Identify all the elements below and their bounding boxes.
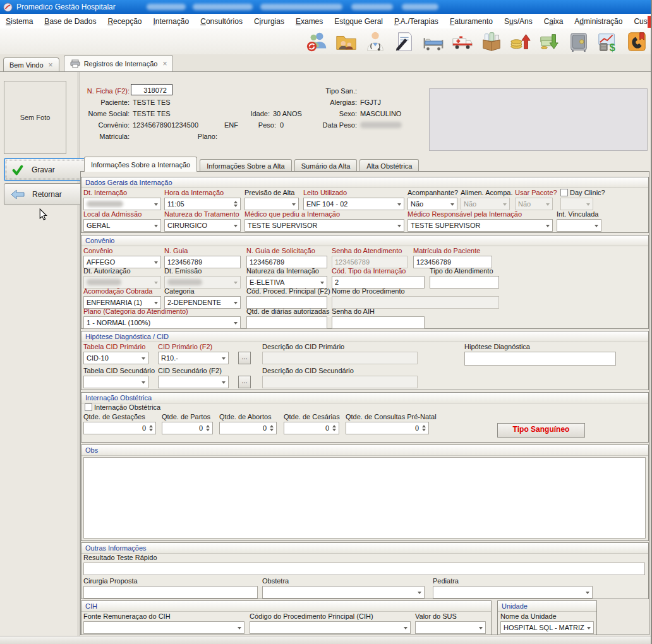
menu-item-base-de-dados[interactable]: Base de Dados bbox=[39, 15, 102, 28]
tab-informacoes-alta[interactable]: Informações Sobre a Alta bbox=[200, 159, 292, 172]
spin-down-icon[interactable] bbox=[332, 429, 336, 433]
day-clinic-checkbox[interactable] bbox=[560, 189, 568, 196]
menu-item-exames[interactable]: Exames bbox=[290, 15, 329, 28]
natureza-internacao-combo[interactable]: E-ELETIVA bbox=[246, 276, 327, 289]
admission-document-icon[interactable] bbox=[392, 30, 416, 53]
leito-combo[interactable]: ENF 104 - 02 bbox=[303, 198, 404, 210]
n-guia-input[interactable]: 123456789 bbox=[164, 256, 241, 268]
usar-pacote-combo[interactable]: Não bbox=[515, 198, 553, 210]
internacao-obstetrica-checkbox[interactable] bbox=[85, 403, 92, 411]
spin-up-icon[interactable] bbox=[422, 423, 426, 427]
dt-autorizacao-combo[interactable] bbox=[83, 276, 161, 289]
nome-procedimento-input[interactable] bbox=[332, 296, 499, 309]
hipotese-diagnostica-input[interactable] bbox=[464, 352, 616, 366]
medico-responsavel-combo[interactable]: TESTE SUPERVISOR bbox=[408, 219, 553, 232]
dt-emissao-combo[interactable] bbox=[164, 276, 241, 289]
convenio-combo[interactable]: AFFEGO bbox=[83, 256, 161, 268]
browse-cid-primario-button[interactable]: ... bbox=[238, 352, 251, 364]
previsao-alta-combo[interactable] bbox=[244, 198, 299, 210]
tab-sumario-alta[interactable]: Sumário da Alta bbox=[294, 159, 358, 172]
return-button[interactable]: Retornar bbox=[4, 183, 91, 205]
dt-internacao-combo[interactable] bbox=[83, 198, 161, 210]
spin-up-icon[interactable] bbox=[206, 423, 210, 427]
senha-aih-input[interactable] bbox=[332, 316, 425, 329]
day-clinic-combo[interactable] bbox=[560, 198, 593, 210]
int-vinculada-combo[interactable] bbox=[557, 219, 601, 232]
matricula-paciente-input[interactable]: 123456789 bbox=[413, 256, 492, 268]
plano-combo[interactable]: 1 - NORMAL (100%) bbox=[83, 316, 241, 329]
nome-unidade-combo[interactable]: HOSPITAL SQL - MATRIZ bbox=[500, 621, 594, 634]
spin-down-icon[interactable] bbox=[422, 429, 426, 433]
menu-item-faturamento[interactable]: Faturamento bbox=[444, 15, 498, 28]
spin-down-icon[interactable] bbox=[149, 429, 153, 433]
patients-folder-icon[interactable] bbox=[334, 30, 358, 53]
hora-internacao-spinner[interactable]: 11:05 bbox=[164, 198, 241, 210]
spin-down-icon[interactable] bbox=[234, 205, 238, 209]
cash-in-icon[interactable] bbox=[509, 30, 533, 53]
menu-item-sus-ans[interactable]: Sus/Ans bbox=[498, 15, 538, 28]
browse-cid-secundario-button[interactable]: ... bbox=[238, 376, 251, 388]
spin-down-icon[interactable] bbox=[270, 429, 274, 433]
doctor-icon[interactable] bbox=[363, 30, 387, 53]
valor-sus-combo[interactable] bbox=[415, 621, 486, 634]
fonte-remuneracao-combo[interactable] bbox=[83, 621, 244, 634]
menu-item-administra-o[interactable]: Administração bbox=[569, 15, 628, 28]
spin-down-icon[interactable] bbox=[206, 429, 210, 433]
descricao-cid-secundario-input[interactable] bbox=[262, 376, 418, 388]
pharmacy-supplies-icon[interactable] bbox=[480, 30, 504, 53]
spin-up-icon[interactable] bbox=[270, 423, 274, 427]
menu-item-caixa[interactable]: Caixa bbox=[538, 15, 569, 28]
menu-item-interna-o[interactable]: Internação bbox=[147, 15, 195, 28]
hospital-bed-icon[interactable] bbox=[421, 30, 445, 53]
close-icon[interactable]: × bbox=[49, 61, 53, 69]
tabela-cid-secundario-combo[interactable] bbox=[83, 376, 148, 388]
spin-up-icon[interactable] bbox=[332, 423, 336, 427]
cid-primario-combo[interactable]: R10.- bbox=[158, 352, 229, 364]
alimen-acompa-combo[interactable]: Não bbox=[461, 198, 510, 210]
qtde-consultas-prenatal-spinner[interactable]: 0 bbox=[346, 422, 429, 434]
spin-up-icon[interactable] bbox=[234, 199, 238, 203]
ficha-input[interactable]: 318072 bbox=[131, 84, 172, 95]
acompanhante-combo[interactable]: Não bbox=[408, 198, 457, 210]
tab-alta-obstetrica[interactable]: Alta Obstétrica bbox=[359, 159, 419, 172]
categoria-combo[interactable]: 2-DEPENDENTE bbox=[164, 296, 241, 309]
cirurgia-proposta-input[interactable] bbox=[83, 586, 258, 599]
menu-item-estoque-geral[interactable]: Estoque Geral bbox=[329, 15, 389, 28]
acomodacao-cobrada-combo[interactable]: ENFERMARIA (1) bbox=[83, 296, 161, 309]
menu-item-cirurgias[interactable]: Cirurgias bbox=[248, 15, 290, 28]
senha-atendimento-input[interactable]: 123456789 bbox=[332, 256, 408, 268]
spin-up-icon[interactable] bbox=[149, 423, 153, 427]
menu-item-p-a-terapias[interactable]: P.A./Terapias bbox=[389, 15, 444, 28]
qtd-diarias-input[interactable] bbox=[246, 316, 327, 329]
n-guia-solicitacao-input[interactable]: 123456789 bbox=[246, 256, 327, 268]
descricao-cid-primario-input[interactable] bbox=[262, 352, 418, 364]
tipo-atendimento-input[interactable] bbox=[430, 276, 499, 289]
save-button[interactable]: Gravar bbox=[4, 158, 92, 181]
qtde-gestacoes-spinner[interactable]: 0 bbox=[83, 422, 156, 434]
tipo-sanguineo-button[interactable]: Tipo Sanguíneo bbox=[497, 423, 585, 438]
codigo-procedimento-cih-combo[interactable] bbox=[250, 621, 411, 634]
resultado-teste-rapido-input[interactable] bbox=[83, 563, 645, 575]
pediatra-combo[interactable] bbox=[433, 586, 593, 599]
cod-tipo-internacao-input[interactable]: 2 bbox=[332, 276, 425, 289]
cod-proced-principal-input[interactable] bbox=[246, 296, 327, 309]
financial-report-icon[interactable]: $ bbox=[596, 30, 620, 53]
obs-textarea[interactable] bbox=[83, 457, 646, 539]
tab-informacoes-internacao[interactable]: Informações Sobre a Internação bbox=[84, 157, 197, 172]
safe-icon[interactable] bbox=[567, 30, 591, 53]
natureza-tratamento-combo[interactable]: CIRURGICO bbox=[164, 219, 241, 232]
obstetra-combo[interactable] bbox=[262, 586, 425, 599]
menu-item-sistema[interactable]: Sistema bbox=[0, 15, 39, 28]
tab-bem-vindo[interactable]: Bem Vindo × bbox=[3, 57, 59, 71]
medico-pediu-combo[interactable]: TESTE SUPERVISOR bbox=[244, 219, 404, 232]
menu-item-consult-rios[interactable]: Consultórios bbox=[195, 15, 248, 28]
sync-users-icon[interactable] bbox=[305, 30, 329, 53]
close-icon[interactable]: × bbox=[162, 59, 167, 68]
ambulance-icon[interactable] bbox=[450, 30, 474, 53]
qtde-cesarias-spinner[interactable]: 0 bbox=[284, 422, 339, 434]
local-admissao-combo[interactable]: GERAL bbox=[83, 219, 161, 232]
qtde-abortos-spinner[interactable]: 0 bbox=[219, 422, 277, 434]
cid-secundario-combo[interactable] bbox=[158, 376, 229, 388]
tabela-cid-primario-combo[interactable]: CID-10 bbox=[83, 352, 148, 364]
tab-registros-de-internacao[interactable]: Registros de Internação × bbox=[64, 55, 174, 71]
